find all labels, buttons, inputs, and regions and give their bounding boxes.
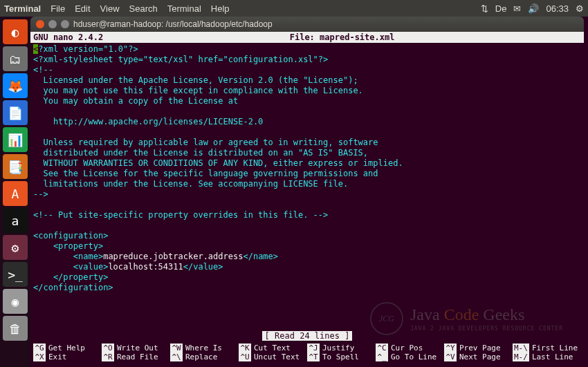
comment-open: <!-- [33, 65, 53, 75]
launcher-dash[interactable]: ◐ [3, 19, 28, 44]
cfg-open: <configuration> [33, 231, 108, 241]
comment-line: you may not use this file except in comp… [33, 86, 363, 95]
system-tray: ⇅ De ✉ 🔊 06:33 ⚙ [481, 3, 584, 14]
shortcut-label: Prev Page [459, 344, 501, 352]
shortcut-label: Cut Text [254, 344, 291, 352]
shortcut-key: M-\ [513, 344, 529, 352]
shortcut-label: To Spell [322, 352, 359, 361]
editor-content[interactable]: <?xml version="1.0"?> <?xml-stylesheet t… [30, 43, 584, 294]
shortcut-label: Write Out [117, 344, 158, 352]
menu-view[interactable]: View [100, 3, 120, 14]
terminal-body[interactable]: GNU nano 2.4.2 File: mapred-site.xml <?x… [30, 32, 584, 363]
menu-terminal[interactable]: Terminal [167, 3, 201, 14]
shortcut-uncut-text: ^UUncut Text [239, 352, 307, 361]
clock[interactable]: 06:33 [546, 3, 569, 14]
value-value: localhost:54311 [108, 262, 183, 272]
shortcut-key: ^J [307, 344, 320, 352]
shortcut-key: ^O [102, 344, 114, 352]
volume-icon[interactable]: 🔊 [528, 3, 539, 14]
shortcut-key: ^W [170, 344, 183, 352]
shortcut-justify: ^JJustify [307, 344, 376, 352]
shortcut-next-page: ^VNext Page [444, 352, 513, 361]
shortcut-key: M-/ [513, 352, 529, 361]
launcher-files[interactable]: 🗂 [3, 46, 28, 71]
comment-line: See the License for the specific languag… [33, 169, 378, 178]
nano-shortcuts: ^GGet Help^OWrite Out^WWhere Is^KCut Tex… [30, 344, 584, 363]
comment-line: <!-- Put site-specific property override… [33, 210, 328, 220]
watermark: JCG Java Code Geeks JAVA 2 JAVA DEVELOPE… [370, 302, 563, 335]
shortcut-key: ^C [376, 344, 388, 352]
cfg-close: </configuration> [33, 283, 113, 292]
menu-help[interactable]: Help [211, 3, 230, 14]
launcher-calc[interactable]: 📊 [3, 127, 28, 152]
top-panel: Terminal File Edit View Search Terminal … [0, 0, 588, 17]
nano-status: [ Read 24 lines ] [30, 331, 584, 341]
messaging-icon[interactable]: ✉ [513, 3, 521, 14]
xml-decl: ?xml version="1.0"?> [38, 44, 138, 54]
maximize-icon[interactable] [61, 20, 69, 28]
launcher-trash[interactable]: 🗑 [3, 316, 28, 341]
shortcut-label: Read File [117, 352, 158, 361]
shortcut-first-line: M-\First Line [513, 344, 581, 352]
shortcut-get-help: ^GGet Help [33, 344, 102, 352]
launcher-software[interactable]: A [3, 181, 28, 206]
shortcut-key: ^V [444, 352, 457, 361]
session-icon[interactable]: ⚙ [576, 3, 584, 14]
shortcut-key: ^X [33, 352, 46, 361]
minimize-icon[interactable] [48, 20, 57, 28]
comment-line: limitations under the License. See accom… [33, 179, 348, 189]
launcher-terminal[interactable]: >_ [3, 262, 28, 287]
comment-line: distributed under the License is distrib… [33, 148, 368, 158]
shortcut-go-to-line: ^_Go To Line [376, 352, 444, 361]
shortcut-write-out: ^OWrite Out [102, 344, 170, 352]
shortcut-key: ^G [33, 344, 46, 352]
launcher-disc[interactable]: ◉ [3, 289, 28, 314]
shortcut-label: Where Is [185, 344, 222, 352]
shortcut-key: ^K [239, 344, 251, 352]
keyboard-indicator[interactable]: De [495, 3, 507, 14]
close-icon[interactable] [36, 20, 44, 28]
launcher-writer[interactable]: 📄 [3, 100, 28, 125]
shortcut-label: First Line [532, 344, 578, 352]
name-value: mapreduce.jobtracker.address [103, 252, 243, 261]
shortcut-last-line: M-/Last Line [513, 352, 581, 361]
window-titlebar[interactable]: hduser@raman-hadoop: /usr/local/hadoop/e… [30, 17, 584, 32]
shortcut-to-spell: ^TTo Spell [307, 352, 376, 361]
shortcut-key: ^\ [170, 352, 183, 361]
shortcut-replace: ^\Replace [170, 352, 239, 361]
name-open: <name> [33, 252, 103, 261]
comment-line: WITHOUT WARRANTIES OR CONDITIONS OF ANY … [33, 158, 403, 168]
xml-stylesheet: <?xml-stylesheet type="text/xsl" href="c… [33, 55, 328, 64]
launcher-settings[interactable]: ⚙ [3, 235, 28, 260]
shortcut-label: Next Page [459, 352, 501, 361]
shortcut-key: ^R [102, 352, 114, 361]
shortcut-key: ^T [307, 352, 320, 361]
menu-app[interactable]: Terminal [4, 3, 41, 14]
launcher-impress[interactable]: 📑 [3, 154, 28, 179]
app-menu: Terminal File Edit View Search Terminal … [4, 3, 230, 14]
menu-edit[interactable]: Edit [75, 3, 90, 14]
shortcut-label: Justify [322, 344, 354, 352]
terminal-window: hduser@raman-hadoop: /usr/local/hadoop/e… [30, 17, 584, 363]
menu-search[interactable]: Search [129, 3, 158, 14]
launcher-firefox[interactable]: 🦊 [3, 73, 28, 98]
network-icon[interactable]: ⇅ [481, 3, 488, 14]
shortcut-key: ^Y [444, 344, 457, 352]
nano-version: GNU nano 2.4.2 [33, 32, 103, 42]
comment-line: You may obtain a copy of the License at [33, 96, 238, 106]
nano-file: File: mapred-site.xml [103, 32, 581, 42]
shortcut-cur-pos: ^CCur Pos [376, 344, 444, 352]
shortcut-label: Uncut Text [254, 352, 300, 361]
shortcut-where-is: ^WWhere Is [170, 344, 239, 352]
comment-line: Licensed under the Apache License, Versi… [33, 75, 358, 85]
shortcut-label: Exit [48, 352, 67, 361]
menu-file[interactable]: File [50, 3, 65, 14]
prop-open: <property> [33, 241, 103, 251]
launcher-amazon[interactable]: a [3, 208, 28, 233]
comment-close: --> [33, 189, 48, 199]
comment-line: Unless required by applicable law or agr… [33, 138, 378, 147]
comment-line: http://www.apache.org/licenses/LICENSE-2… [33, 117, 263, 126]
shortcut-label: Last Line [532, 352, 573, 361]
value-close: </value> [183, 262, 223, 272]
shortcut-label: Cur Pos [391, 344, 423, 352]
